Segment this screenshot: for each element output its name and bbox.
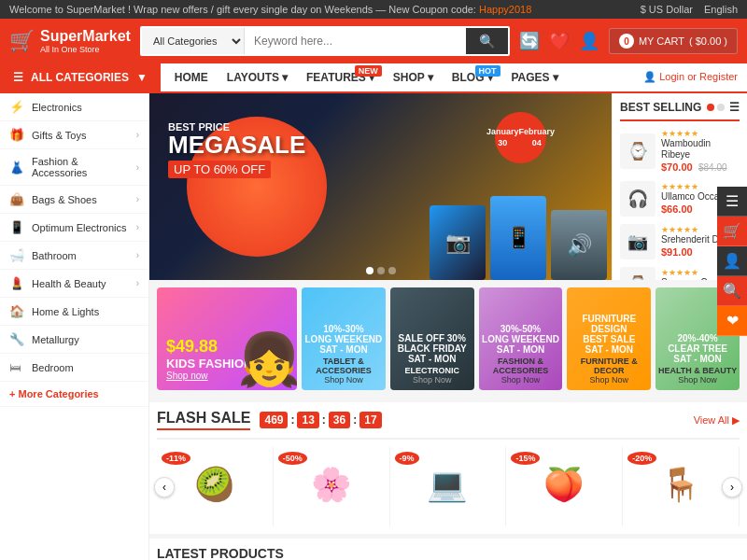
hero-dot-3[interactable] — [388, 267, 396, 274]
countdown-timer: 469 : 13 : 36 : 17 — [260, 412, 381, 428]
sidebar-item-bedroom[interactable]: 🛏 Bedroom — [0, 354, 148, 382]
promo-card-fashion[interactable]: 30%-50% LONG WEEKEND SAT - MON FASHION &… — [479, 287, 563, 390]
header-actions: 🔄 ❤️ 👤 0 MY CART ( $0.00 ) — [519, 28, 738, 54]
floating-user-icon[interactable]: 👤 — [717, 246, 747, 276]
hero-offer: UP TO 60% OFF — [168, 161, 271, 178]
carousel-next-button[interactable]: › — [722, 477, 742, 497]
timer-hours: 13 — [297, 412, 318, 428]
cart-badge: 0 — [619, 34, 634, 49]
fashion-icon: 👗 — [9, 161, 24, 175]
floating-menu-icon[interactable]: ☰ — [717, 187, 747, 217]
nav-blog[interactable]: BLOG ▾ HOT — [443, 63, 502, 91]
bs-list-icon[interactable]: ☰ — [729, 101, 740, 114]
arrow-icon: › — [136, 130, 139, 140]
cart-logo-icon: 🛒 — [9, 29, 35, 53]
product-badge-3: -9% — [395, 452, 419, 465]
product-badge-1: -11% — [162, 452, 190, 465]
timer-seconds: 17 — [359, 412, 381, 428]
product-card-4[interactable]: -15% 🍑 — [506, 447, 623, 526]
promo-card-text-fashion: 30%-50% LONG WEEKEND SAT - MON FASHION &… — [479, 324, 563, 385]
language-selector[interactable]: English — [704, 4, 738, 15]
product-img-4: 🍑 — [527, 452, 601, 517]
promo-card-furniture[interactable]: FURNITURE DESIGN BEST SALE SAT - MON FUR… — [567, 287, 651, 390]
bs-dot-active[interactable] — [707, 104, 714, 111]
hamburger-icon: ☰ — [13, 71, 23, 84]
currency-selector[interactable]: $ US Dollar — [641, 4, 693, 15]
floating-heart-icon[interactable]: ❤ — [717, 306, 747, 336]
arrow-icon: › — [136, 194, 139, 204]
bs-dot-inactive[interactable] — [717, 104, 725, 111]
product-badge-5: -20% — [627, 452, 656, 465]
sidebar-item-fashion[interactable]: 👗 Fashion & Accessories › — [0, 149, 148, 186]
nav-bar: ☰ ALL CATEGORIES ▼ HOME LAYOUTS ▾ FEATUR… — [0, 63, 747, 93]
login-register-link[interactable]: 👤 Login or Register — [634, 63, 747, 91]
coupon-code[interactable]: Happy2018 — [479, 4, 531, 15]
hero-product-speaker: 🔊 — [551, 210, 607, 280]
bs-img-2: 🎧 — [620, 181, 655, 217]
promo-card-text-electronic: SALE OFF 30% BLACK FRIDAY SAT - MON ELEC… — [398, 333, 467, 385]
sidebar-item-health[interactable]: 💄 Health & Beauty › — [0, 270, 148, 298]
product-card-3[interactable]: -9% 💻 — [390, 447, 507, 526]
optimum-icon: 📱 — [9, 220, 24, 234]
search-button[interactable]: 🔍 — [466, 28, 508, 54]
sidebar-item-bags[interactable]: 👜 Bags & Shoes › — [0, 186, 148, 214]
arrow-icon: › — [136, 222, 139, 232]
sidebar-item-bathroom[interactable]: 🛁 Bathroom › — [0, 242, 148, 270]
categories-sidebar: ⚡ Electronics 🎁 Gifts & Toys › 👗 Fashion… — [0, 93, 149, 560]
logo-text-block: SuperMarket All In One Store — [40, 28, 131, 54]
more-categories-button[interactable]: + More Categories — [0, 382, 148, 407]
bs-img-3: 📷 — [620, 224, 655, 259]
flash-sale-title: FLASH SALE — [157, 410, 250, 430]
search-input[interactable] — [245, 28, 466, 54]
bathroom-icon: 🛁 — [9, 248, 24, 262]
refresh-icon[interactable]: 🔄 — [519, 31, 540, 51]
latest-products-section: LATEST PRODUCTS — [149, 539, 747, 560]
bs-img-1: ⌚ — [620, 133, 655, 169]
hero-banner: BEST PRICE MEGASALE UP TO 60% OFF 📷 📱 🔊 … — [149, 93, 612, 280]
wishlist-icon[interactable]: ❤️ — [549, 31, 570, 51]
promo-kids-banner[interactable]: 👧 $49.88 KIDS FASHION Shop now — [157, 287, 297, 390]
sidebar-item-electronics[interactable]: ⚡ Electronics — [0, 93, 148, 121]
bs-info-1: ★★★★★ Wamboudin Ribeye $70.00 $84.00 — [661, 129, 740, 174]
gifts-icon: 🎁 — [9, 128, 24, 142]
product-img-5: 🪑 — [643, 452, 718, 517]
promo-card-tablet[interactable]: 10%-30% LONG WEEKEND SAT - MON TABLET & … — [302, 287, 386, 390]
arrow-icon: › — [136, 278, 139, 288]
electronics-icon: ⚡ — [9, 100, 24, 114]
nav-shop[interactable]: SHOP ▾ — [384, 63, 443, 91]
promo-card-electronic[interactable]: SALE OFF 30% BLACK FRIDAY SAT - MON ELEC… — [390, 287, 474, 390]
view-all-link[interactable]: View All ▶ — [694, 414, 740, 427]
bs-nav-dots — [707, 104, 725, 111]
hero-dot-1[interactable] — [366, 267, 374, 274]
nav-pages[interactable]: PAGES ▾ — [502, 63, 568, 91]
hero-products: 📷 📱 🔊 — [430, 196, 607, 280]
account-icon[interactable]: 👤 — [579, 31, 599, 51]
nav-layouts[interactable]: LAYOUTS ▾ — [218, 63, 297, 91]
promo-card-text-tablet: 10%-30% LONG WEEKEND SAT - MON TABLET & … — [302, 324, 386, 385]
floating-search-icon[interactable]: 🔍 — [717, 276, 747, 306]
bs-item-1: ⌚ ★★★★★ Wamboudin Ribeye $70.00 $84.00 — [620, 129, 740, 174]
search-category-select[interactable]: All Categories — [142, 28, 245, 54]
floating-cart-icon[interactable]: 🛒 — [717, 217, 747, 246]
logo[interactable]: 🛒 SuperMarket All In One Store — [9, 28, 131, 54]
floating-sidebar: ☰ 🛒 👤 🔍 ❤ — [717, 187, 747, 336]
sidebar-item-optimum[interactable]: 📱 Optimum Electronics › — [0, 214, 148, 242]
sidebar-item-gifts[interactable]: 🎁 Gifts & Toys › — [0, 121, 148, 149]
sidebar-item-home[interactable]: 🏠 Home & Lights — [0, 298, 148, 326]
hero-product-phone: 📱 — [490, 196, 546, 280]
carousel-prev-button[interactable]: ‹ — [154, 477, 175, 497]
announcement-main: Welcome to SuperMarket ! Wrap new offers… — [9, 4, 476, 15]
promo-cards: 10%-30% LONG WEEKEND SAT - MON TABLET & … — [302, 287, 740, 390]
product-card-2[interactable]: -50% 🌸 — [274, 447, 390, 526]
product-img-3: 💻 — [410, 452, 485, 517]
nav-features[interactable]: FEATURES ▾ NEW — [297, 63, 384, 91]
sidebar-item-metallurgy[interactable]: 🔧 Metallurgy — [0, 326, 148, 354]
cart-button[interactable]: 0 MY CART ( $0.00 ) — [609, 28, 738, 54]
hero-section: BEST PRICE MEGASALE UP TO 60% OFF 📷 📱 🔊 … — [149, 93, 747, 280]
flash-sale-products: ‹ -11% 🥝 -50% 🌸 -9% 💻 -15% 🍑 — [157, 440, 740, 534]
all-categories-button[interactable]: ☰ ALL CATEGORIES ▼ — [0, 63, 161, 91]
hero-dot-2[interactable] — [377, 267, 385, 274]
logo-tagline: All In One Store — [40, 45, 131, 54]
nav-home[interactable]: HOME — [165, 63, 218, 91]
chevron-down-icon: ▼ — [136, 71, 148, 84]
